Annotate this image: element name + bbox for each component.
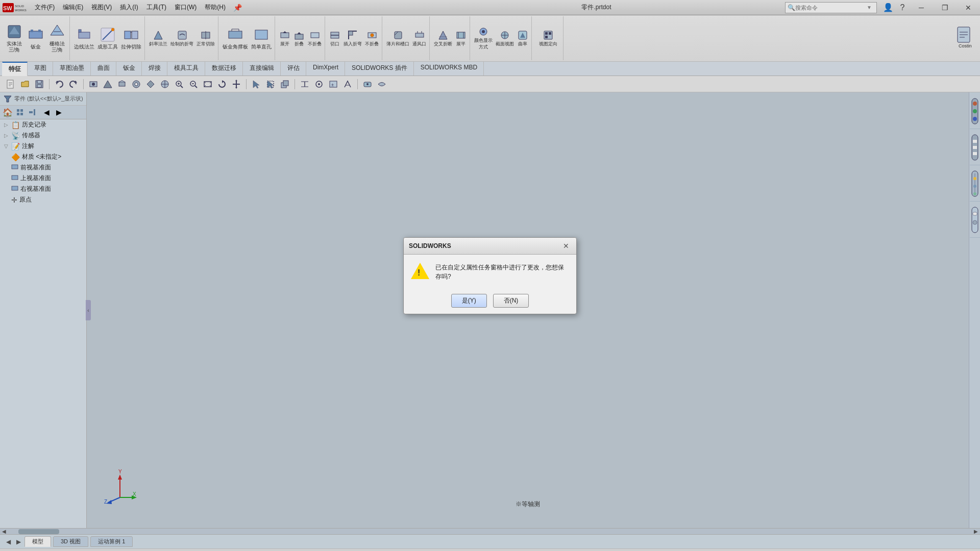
dialog-title-bar: SOLIDWORKS ✕ (404, 238, 576, 255)
dialog-body: 已在自定义属性任务窗格中进行了更改，您想保存吗? (404, 255, 576, 290)
dialog-footer: 是(Y) 否(N) (404, 290, 576, 314)
dialog: SOLIDWORKS ✕ 已在自定义属性任务窗格中进行了更改，您想保存吗? 是(… (403, 237, 577, 314)
dialog-warning-icon (411, 263, 429, 282)
dialog-yes-button[interactable]: 是(Y) (451, 294, 487, 308)
dialog-title: SOLIDWORKS (409, 242, 451, 249)
dialog-no-button[interactable]: 否(N) (493, 294, 529, 308)
dialog-overlay: SOLIDWORKS ✕ 已在自定义属性任务窗格中进行了更改，您想保存吗? 是(… (0, 0, 980, 551)
dialog-message: 已在自定义属性任务窗格中进行了更改，您想保存吗? (435, 263, 569, 281)
dialog-close-button[interactable]: ✕ (561, 241, 571, 251)
